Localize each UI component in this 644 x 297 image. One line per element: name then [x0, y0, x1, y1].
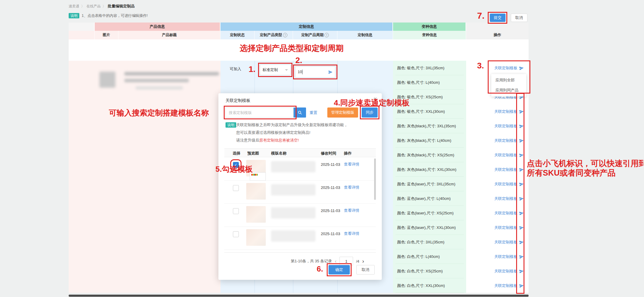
- associate-template-link[interactable]: 关联定制模板: [494, 211, 517, 216]
- variant-info-cell: 颜色: 白色,尺寸: 3XL(35cm): [393, 235, 466, 249]
- annotation-search-hint: 可输入搜索定制搭建模板名称: [109, 108, 209, 118]
- associate-template-link[interactable]: 关联定制模板: [494, 240, 517, 245]
- chevron-down-icon: [285, 69, 288, 71]
- reset-link[interactable]: 重置: [310, 110, 317, 115]
- paper-plane-icon[interactable]: [519, 124, 524, 129]
- template-checkbox[interactable]: [233, 231, 239, 237]
- annotation-sync-hint: 4.同步速卖通定制模板: [334, 98, 410, 108]
- variant-info-column: 颜色: 银色,尺寸: 3XL(35cm)颜色: 银色,尺寸: L(40cm)颜色…: [393, 61, 466, 293]
- associate-template-link[interactable]: 关联定制模板: [494, 109, 517, 114]
- group-header-custom: 定制信息: [220, 23, 393, 31]
- associate-template-link[interactable]: 关联定制模板: [494, 123, 517, 129]
- apply-dropdown-menu: 应用到全部应用到同产品: [491, 74, 526, 97]
- variant-info-text: 颜色: 蓝色(laser),尺寸: XS(25cm): [397, 211, 454, 216]
- help-icon[interactable]: ?: [283, 33, 287, 37]
- associate-template-link[interactable]: 关联定制模板: [494, 182, 517, 187]
- column-header-cycle-label: 定制产品周期: [301, 33, 323, 38]
- paper-plane-icon[interactable]: [519, 109, 524, 114]
- variant-info-cell: 颜色: 银色,尺寸: L(40cm): [393, 75, 466, 90]
- paper-plane-icon[interactable]: [519, 153, 524, 158]
- page-number-input[interactable]: 1: [339, 257, 353, 266]
- paper-plane-icon[interactable]: [519, 283, 524, 288]
- variant-info-cell: 颜色: 白色,尺寸: XS(25cm): [393, 264, 466, 278]
- template-name-blurred: [271, 230, 315, 242]
- column-header-cycle: 定制产品周期 ?: [293, 31, 337, 39]
- associate-template-link[interactable]: 关联定制模板: [494, 138, 517, 143]
- variant-info-text: 颜色: 银色,尺寸: L(40cm): [397, 80, 440, 85]
- associate-template-link[interactable]: 关联定制模板: [494, 269, 517, 274]
- template-preview-image: [246, 183, 266, 200]
- paper-plane-icon[interactable]: [519, 254, 524, 259]
- pagination: 第1-10条，共 35 条记录 ‹ 1 /4 ›: [224, 257, 372, 266]
- template-name-blurred: [271, 184, 315, 195]
- view-detail-link[interactable]: 查看详情: [344, 207, 360, 214]
- column-header-custom-info: 定制信息: [337, 31, 393, 39]
- associate-template-link[interactable]: 关联定制模板: [494, 152, 517, 158]
- paper-plane-icon[interactable]: [328, 70, 333, 74]
- associate-template-link[interactable]: 关联定制模板: [494, 65, 517, 71]
- template-preview-image: [246, 206, 266, 223]
- template-checkbox[interactable]: [233, 208, 239, 214]
- paper-plane-icon[interactable]: [519, 182, 524, 187]
- custom-type-select[interactable]: 标准定制: [260, 65, 291, 75]
- custom-cycle-input[interactable]: 10: [295, 66, 335, 78]
- annotation-step-6: 6.: [317, 264, 323, 274]
- page-note: 说明 1、点击表格中的内容，可进行编辑操作!: [69, 13, 148, 18]
- action-row: 关联定制模板: [466, 235, 529, 249]
- breadcrumb-item[interactable]: 速卖通: [69, 4, 79, 9]
- column-header-action: 操作: [466, 31, 529, 39]
- associate-template-link[interactable]: 关联定制模板: [494, 196, 517, 201]
- view-detail-link[interactable]: 查看详情: [344, 161, 360, 168]
- associate-template-link[interactable]: 关联定制模板: [494, 283, 517, 288]
- paper-plane-icon[interactable]: [519, 269, 524, 274]
- search-icon: [298, 110, 302, 115]
- view-detail-link[interactable]: 查看详情: [344, 184, 360, 191]
- page: 速卖通 〉 在线产品 〉 批量编辑定制品 说明 1、点击表格中的内容，可进行编辑…: [0, 0, 644, 297]
- variant-info-cell: 颜色: 灰色(black),尺寸: XS(25cm): [393, 148, 466, 162]
- action-row: 关联定制模板: [466, 119, 529, 133]
- template-row: 2025-11-03 查看详情: [224, 181, 376, 204]
- submit-button[interactable]: 提交: [490, 14, 505, 22]
- header-modified: 修改时间: [321, 151, 336, 156]
- variant-info-cell: 颜色: 灰色(black),尺寸: XXL(30cm): [393, 162, 466, 177]
- template-preview-image: [246, 229, 266, 246]
- paper-plane-icon[interactable]: [519, 138, 524, 143]
- paper-plane-icon[interactable]: [519, 211, 524, 216]
- breadcrumb-item[interactable]: 在线产品: [86, 4, 101, 9]
- modal-cancel-button[interactable]: 取消: [356, 265, 375, 274]
- column-header-type-label: 定制产品类型: [260, 33, 282, 38]
- search-input[interactable]: [226, 107, 294, 118]
- paper-plane-icon[interactable]: [519, 240, 524, 245]
- associate-template-link[interactable]: 关联定制模板: [494, 167, 517, 172]
- horizontal-scrollbar[interactable]: [69, 295, 529, 297]
- template-checkbox[interactable]: [233, 185, 239, 191]
- annotation-step-3: 3.: [477, 61, 484, 70]
- variant-info-cell: 颜色: 白色,尺寸: XXL(30cm): [393, 278, 466, 293]
- apply-menu-item[interactable]: 应用到同产品: [491, 85, 526, 95]
- cancel-button[interactable]: 取消: [511, 14, 527, 22]
- breadcrumb-current: 批量编辑定制品: [108, 4, 135, 9]
- help-icon[interactable]: ?: [324, 33, 329, 37]
- pagination-summary: 第1-10条，共 35 条记录: [291, 259, 332, 264]
- search-button[interactable]: [294, 107, 306, 118]
- breadcrumb-separator: 〉: [81, 4, 85, 9]
- variant-info-cell: 颜色: 灰色(black),尺寸: L(40cm): [393, 133, 466, 148]
- next-page-icon[interactable]: ›: [362, 258, 364, 264]
- template-modified-date: 2025-11-03: [321, 208, 340, 213]
- variant-info-text: 颜色: 白色,尺寸: XS(25cm): [397, 269, 443, 274]
- sync-button[interactable]: 同步: [362, 107, 378, 118]
- product-image-blurred: [99, 72, 115, 88]
- prev-page-icon[interactable]: ‹: [335, 258, 337, 264]
- manage-templates-button[interactable]: 管理定制模版: [327, 107, 358, 118]
- paper-plane-icon[interactable]: [519, 167, 524, 172]
- view-detail-link[interactable]: 查看详情: [344, 230, 360, 237]
- associate-template-link[interactable]: 关联定制模板: [494, 254, 517, 259]
- associate-template-link[interactable]: 关联定制模板: [494, 225, 517, 230]
- variant-info-text: 颜色: 灰色(black),尺寸: XXL(30cm): [397, 167, 456, 172]
- paper-plane-icon[interactable]: [519, 225, 524, 230]
- paper-plane-icon[interactable]: [519, 66, 524, 70]
- paper-plane-icon[interactable]: [519, 196, 524, 201]
- vertical-scrollbar[interactable]: [374, 158, 376, 200]
- confirm-button[interactable]: 确定: [329, 265, 350, 274]
- apply-menu-item[interactable]: 应用到全部: [491, 75, 526, 85]
